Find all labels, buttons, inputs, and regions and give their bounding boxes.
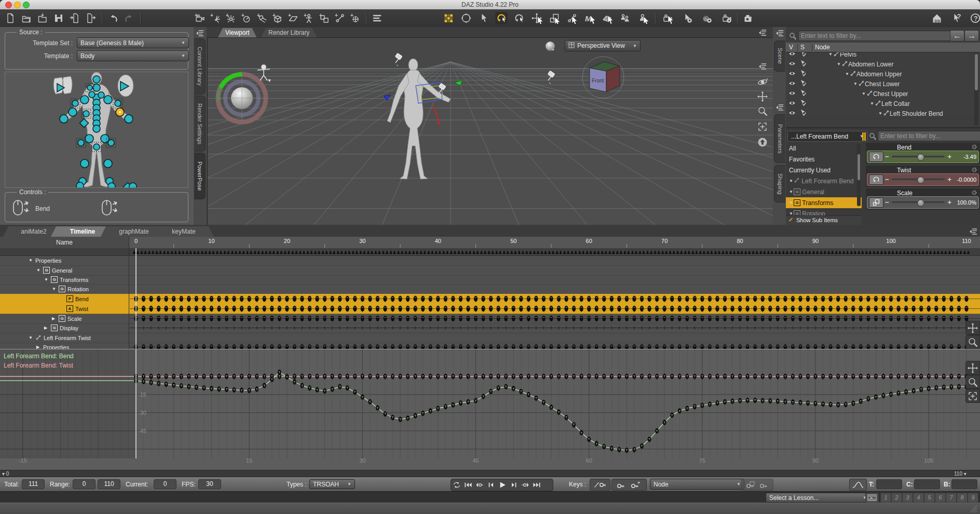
render-settings-button[interactable] bbox=[720, 12, 733, 24]
parameters-scrollbar[interactable] bbox=[857, 144, 861, 206]
active-pose-tool-button[interactable] bbox=[442, 12, 455, 24]
template-set-dropdown[interactable]: Base (Genesis 8 Male)▼ bbox=[77, 37, 189, 48]
figure-setup-tool-button[interactable] bbox=[619, 12, 631, 24]
frame-view-button[interactable] bbox=[756, 120, 769, 133]
redo-button[interactable] bbox=[123, 12, 135, 24]
eye-icon[interactable] bbox=[788, 52, 796, 58]
timeline-ruler[interactable]: Name 0102030405060708090100110 bbox=[0, 237, 980, 249]
add-spotlight-button[interactable]: + bbox=[256, 12, 268, 24]
add-bone-button[interactable]: + bbox=[334, 12, 346, 24]
slider-thumb[interactable] bbox=[917, 177, 924, 184]
shading-style-button[interactable] bbox=[544, 40, 557, 54]
tab-content-library[interactable]: Content Library bbox=[194, 38, 206, 94]
add-distant-light-button[interactable]: + bbox=[209, 12, 222, 24]
scene-back-button[interactable]: ← bbox=[950, 30, 964, 42]
continuity-field[interactable] bbox=[914, 479, 940, 489]
column-selectable[interactable]: S bbox=[800, 44, 805, 51]
lesson-page-7[interactable]: 7 bbox=[946, 493, 957, 503]
expand-arrow-icon[interactable]: ▼ bbox=[853, 82, 858, 86]
types-dropdown[interactable]: TRSOAH▼ bbox=[309, 479, 355, 489]
slider-decrement[interactable]: − bbox=[885, 154, 889, 159]
new-file-button[interactable] bbox=[4, 12, 17, 24]
next-key-button[interactable] bbox=[520, 480, 531, 490]
expand-arrow-icon[interactable]: ▼ bbox=[789, 179, 794, 183]
shader-baker-button[interactable] bbox=[701, 12, 713, 24]
pose-control-dot[interactable] bbox=[83, 111, 89, 117]
lesson-page-3[interactable]: 3 bbox=[902, 493, 913, 503]
range-end-field[interactable]: 110 bbox=[98, 479, 120, 489]
pose-control-dot[interactable] bbox=[87, 85, 92, 90]
head-pose-icon[interactable] bbox=[118, 75, 133, 97]
rotation-ball-control[interactable] bbox=[218, 74, 266, 122]
graph-canvas[interactable]: -15-30-45-15153045607590105TTTTTTTTTTTTT… bbox=[0, 349, 980, 470]
slider-thumb[interactable] bbox=[917, 154, 924, 161]
slider-increment[interactable]: + bbox=[947, 177, 951, 182]
rotate-tool-button[interactable] bbox=[495, 12, 508, 24]
slider-row[interactable]: − + -3.49 bbox=[867, 151, 979, 163]
slider-increment[interactable]: + bbox=[947, 154, 951, 159]
add-group-button[interactable]: + bbox=[318, 12, 331, 24]
measure-metrics-tool-button[interactable]: M bbox=[583, 12, 596, 24]
viewport-canvas[interactable]: Front Perspective View ▼ bbox=[207, 37, 773, 225]
pose-control-dot[interactable] bbox=[104, 159, 112, 168]
eye-icon[interactable] bbox=[788, 110, 796, 117]
total-field[interactable]: 111 bbox=[22, 479, 45, 489]
cursor-check-icon[interactable] bbox=[800, 90, 807, 98]
surface-selection-tool-button[interactable] bbox=[601, 12, 614, 24]
camera-selector-dropdown[interactable]: Perspective View ▼ bbox=[565, 40, 641, 51]
parameter-group-item[interactable]: ▼ Left Forearm Bend bbox=[786, 175, 862, 187]
slider-track[interactable] bbox=[892, 201, 945, 204]
cursor-check-icon[interactable] bbox=[800, 100, 807, 107]
export-file-button[interactable] bbox=[85, 12, 97, 24]
pane-splitter-handle[interactable] bbox=[864, 132, 866, 141]
slider-value[interactable]: -0.0000 bbox=[951, 177, 978, 183]
pose-control-dot[interactable] bbox=[93, 125, 100, 132]
lesson-page-9[interactable]: 9 bbox=[968, 493, 978, 503]
save-file-button[interactable] bbox=[52, 12, 65, 24]
range-start-field[interactable]: 0 bbox=[73, 479, 96, 489]
pose-control-dot[interactable] bbox=[101, 134, 109, 143]
interpolation-curve-button[interactable] bbox=[849, 479, 867, 491]
scene-node-row[interactable]: ▼ Chest Lower bbox=[786, 79, 974, 89]
translate-tool-button[interactable] bbox=[530, 12, 543, 24]
pan-view-button[interactable] bbox=[756, 90, 769, 103]
pose-control-dot[interactable] bbox=[125, 115, 133, 123]
lesson-page-2[interactable]: 2 bbox=[891, 493, 902, 503]
parameter-group-item[interactable]: ▼G Transforms bbox=[786, 197, 862, 209]
zoom-button[interactable] bbox=[965, 375, 980, 389]
show-sub-items-row[interactable]: ✓ Show Sub Items bbox=[786, 215, 862, 225]
lesson-page-6[interactable]: 6 bbox=[935, 493, 946, 503]
undo-button[interactable] bbox=[107, 12, 119, 24]
column-node[interactable]: Node bbox=[815, 44, 830, 51]
add-figure-button[interactable]: + bbox=[303, 12, 315, 24]
slider-track[interactable] bbox=[892, 156, 945, 158]
parameters-node-selector[interactable]: ...Left Forearm Bend▼ bbox=[787, 131, 867, 142]
add-plane-button[interactable]: + bbox=[287, 12, 300, 24]
pane-menu-icon[interactable] bbox=[775, 103, 784, 114]
parameter-group-item[interactable]: All bbox=[786, 143, 862, 154]
cursor-check-icon[interactable] bbox=[800, 60, 807, 68]
reset-view-button[interactable] bbox=[756, 136, 769, 149]
cursor-check-icon[interactable] bbox=[800, 110, 807, 117]
pose-control-dot[interactable] bbox=[78, 140, 84, 146]
tension-field[interactable] bbox=[876, 479, 902, 489]
pose-control-dot[interactable] bbox=[93, 76, 100, 83]
parameter-group-item[interactable]: ▼G General bbox=[786, 186, 862, 198]
pose-control-dot[interactable] bbox=[98, 92, 104, 98]
render-editor-button[interactable] bbox=[681, 12, 693, 24]
hands-pose-icon[interactable] bbox=[53, 76, 72, 94]
pose-control-dot[interactable] bbox=[89, 91, 95, 98]
eye-icon[interactable] bbox=[788, 71, 796, 78]
to-start-button[interactable] bbox=[462, 480, 474, 490]
tab-keymate[interactable]: keyMate bbox=[154, 226, 214, 237]
next-frame-button[interactable] bbox=[508, 480, 520, 490]
tab-powerpose[interactable]: PowerPose bbox=[194, 153, 206, 199]
eye-icon[interactable] bbox=[788, 90, 796, 98]
tab-viewport[interactable]: Viewport bbox=[218, 28, 256, 37]
pose-control-dot[interactable] bbox=[108, 140, 114, 146]
expand-arrow-icon[interactable]: ▼ bbox=[845, 72, 850, 76]
pose-control-dot[interactable] bbox=[72, 100, 78, 106]
scene-filter-input[interactable]: Enter text to filter by... bbox=[798, 31, 952, 41]
delete-key-button[interactable]: + bbox=[611, 479, 647, 491]
scene-node-row[interactable]: ▼ Pelvis bbox=[786, 52, 974, 60]
